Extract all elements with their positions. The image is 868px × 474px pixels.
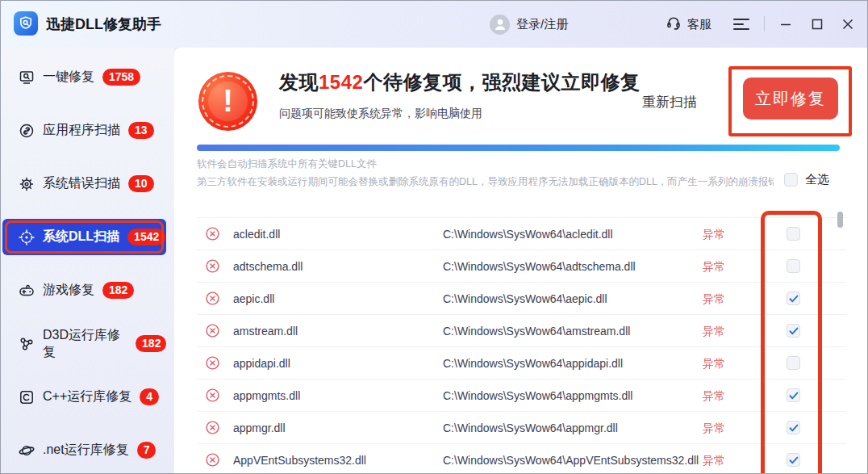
sidebar-item-badge: 4 [140, 388, 159, 405]
error-x-icon [205, 452, 220, 468]
table-row: aepic.dll C:\Windows\SysWow64\aepic.dll … [197, 283, 846, 315]
error-x-icon [205, 258, 220, 274]
status-badge: 异常 [703, 325, 725, 339]
dll-path: C:\Windows\SysWow64\AppVEntSubsystems32.… [443, 454, 699, 467]
customer-service-button[interactable]: 客服 [666, 13, 712, 36]
row-checkbox[interactable] [787, 388, 800, 402]
molecule-icon [19, 336, 35, 352]
dll-path: C:\Windows\SysWow64\amstream.dll [443, 325, 630, 338]
dll-path: C:\Windows\SysWow64\appmgmts.dll [443, 389, 632, 402]
select-all-checkbox[interactable] [784, 173, 798, 187]
sidebar-item-d3d-runtime[interactable]: D3D运行库修复 182 [2, 325, 166, 362]
status-badge: 异常 [703, 292, 725, 307]
sidebar-item-label: 游戏修复 [43, 282, 94, 299]
table-row: acledit.dll C:\Windows\SysWow64\acledit.… [197, 218, 846, 250]
planet-icon [19, 443, 35, 459]
dll-path: C:\Windows\SysWow64\adtschema.dll [443, 260, 636, 273]
sidebar-item-one-key-repair[interactable]: 一键修复 1758 [2, 59, 166, 95]
dll-name: appidapi.dll [233, 357, 290, 370]
sidebar-item-badge: 182 [102, 282, 134, 299]
close-button[interactable] [837, 14, 858, 35]
dll-path: C:\Windows\SysWow64\appidapi.dll [443, 357, 623, 370]
app-window: 迅捷DLL修复助手 登录/注册 客服 [0, 0, 868, 474]
sidebar-item-label: 应用程序扫描 [43, 122, 120, 139]
row-checkbox[interactable] [787, 453, 800, 467]
sidebar-item-badge: 7 [137, 442, 156, 459]
sidebar-item-badge: 1542 [127, 229, 165, 245]
avatar-icon [490, 15, 510, 35]
dll-name: appmgmts.dll [233, 389, 300, 402]
sidebar-item-label: 系统DLL扫描 [43, 229, 119, 245]
headset-icon [666, 15, 682, 34]
row-checkbox[interactable] [787, 324, 800, 338]
dll-name: aepic.dll [233, 292, 274, 305]
main-panel: ! 发现1542个待修复项，强烈建议立即修复 问题项可能致使系统异常，影响电脑使… [174, 48, 868, 474]
row-checkbox[interactable] [787, 227, 800, 241]
table-row: adtschema.dll C:\Windows\SysWow64\adtsch… [197, 250, 846, 283]
alert-title: 发现1542个待修复项，强烈建议立即修复 [279, 69, 640, 95]
error-x-icon [205, 226, 220, 241]
status-badge: 异常 [703, 357, 725, 371]
warning-icon: ! [198, 72, 257, 131]
table-row: appmgr.dll C:\Windows\SysWow64\appmgr.dl… [197, 412, 846, 444]
fix-now-button[interactable]: 立即修复 [743, 78, 838, 120]
app-logo-icon [14, 11, 38, 36]
select-all-control: 全选 [784, 172, 829, 187]
sidebar-item-dotnet-runtime[interactable]: .net运行库修复 7 [2, 432, 166, 468]
error-x-icon [205, 291, 220, 306]
row-checkbox[interactable] [787, 421, 800, 434]
row-checkbox[interactable] [787, 292, 800, 305]
status-badge: 异常 [703, 260, 725, 275]
error-x-icon [205, 323, 220, 338]
error-x-icon [205, 388, 220, 403]
status-badge: 异常 [703, 454, 725, 468]
table-row: appidapi.dll C:\Windows\SysWow64\appidap… [197, 347, 846, 380]
target-icon [19, 229, 35, 245]
sidebar-item-cpp-runtime[interactable]: C++运行库修复 4 [2, 379, 166, 415]
sidebar-item-app-scan[interactable]: 应用程序扫描 13 [2, 112, 166, 149]
app-title: 迅捷DLL修复助手 [46, 15, 161, 34]
table-row: AppVEntSubsystems32.dll C:\Windows\SysWo… [197, 444, 846, 474]
gear-icon [19, 176, 35, 192]
menu-icon[interactable] [733, 16, 754, 32]
title-bar: 迅捷DLL修复助手 登录/注册 客服 [1, 1, 868, 48]
sidebar-item-badge: 182 [136, 335, 166, 352]
dll-name: adtschema.dll [233, 260, 303, 273]
row-checkbox[interactable] [787, 356, 800, 370]
sidebar: 一键修复 1758 应用程序扫描 13 系统错误扫描 10 系统DLL扫描 15… [1, 48, 174, 474]
sidebar-item-badge: 1758 [102, 69, 140, 86]
sidebar-item-badge: 10 [128, 175, 154, 192]
scrollbar-thumb[interactable] [837, 212, 843, 228]
row-checkbox[interactable] [787, 259, 800, 273]
table-row: appmgmts.dll C:\Windows\SysWow64\appmgmt… [197, 380, 846, 412]
dll-path: C:\Windows\SysWow64\aepic.dll [443, 292, 607, 305]
status-badge: 异常 [703, 389, 725, 404]
sidebar-item-game-repair[interactable]: 游戏修复 182 [2, 272, 166, 308]
sidebar-item-label: 系统错误扫描 [43, 175, 120, 192]
dll-path: C:\Windows\SysWow64\appmgr.dll [443, 422, 618, 434]
sidebar-item-label: .net运行库修复 [43, 442, 129, 459]
app-scan-icon [19, 123, 35, 139]
scan-note-line2: 第三方软件在安装或运行期间可能会替换或删除系统原有的DLL，导致应用程序无法加载… [197, 175, 774, 189]
select-all-label: 全选 [805, 172, 829, 187]
login-button[interactable]: 登录/注册 [490, 13, 568, 36]
c-square-icon [19, 389, 35, 405]
dll-path: C:\Windows\SysWow64\acledit.dll [443, 228, 613, 241]
error-x-icon [205, 420, 220, 435]
dll-name: acledit.dll [233, 228, 280, 241]
pending-count: 1542 [319, 71, 363, 93]
sidebar-item-label: 一键修复 [43, 69, 94, 86]
scan-progress-bar [197, 145, 840, 151]
alert-subtitle: 问题项可能致使系统异常，影响电脑使用 [279, 107, 482, 121]
minimize-button[interactable] [775, 14, 796, 35]
sidebar-item-system-dll-scan[interactable]: 系统DLL扫描 1542 [2, 219, 166, 255]
table-row: amstream.dll C:\Windows\SysWow64\amstrea… [197, 315, 846, 347]
maximize-button[interactable] [807, 14, 828, 35]
sidebar-item-system-error-scan[interactable]: 系统错误扫描 10 [2, 166, 166, 202]
rescan-button[interactable]: 重新扫描 [642, 93, 697, 111]
dll-table: acledit.dll C:\Windows\SysWow64\acledit.… [197, 217, 846, 474]
dll-name: AppVEntSubsystems32.dll [233, 454, 366, 467]
sidebar-item-label: D3D运行库修复 [43, 327, 127, 361]
status-badge: 异常 [703, 228, 725, 242]
dll-name: appmgr.dll [233, 422, 286, 434]
